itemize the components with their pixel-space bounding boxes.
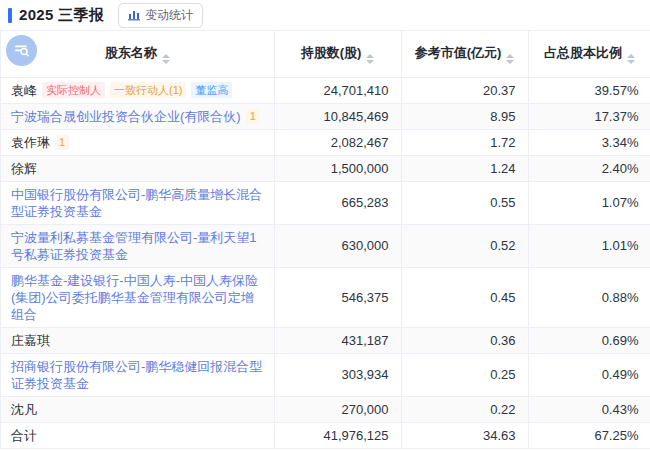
shares-cell: 1,500,000: [274, 155, 401, 181]
shareholder-name-cell: 宁波瑞合晟创业投资合伙企业(有限合伙)1: [1, 103, 274, 129]
shares-cell: 270,000: [274, 396, 401, 422]
market-value-cell: 0.22: [401, 396, 528, 422]
bar-chart-icon: [128, 9, 140, 21]
shares-cell: 41,976,125: [274, 422, 401, 448]
shareholder-name-cell: 袁峰实际控制人一致行动人(1)董监高: [1, 77, 274, 103]
ratio-cell: 39.57%: [528, 77, 650, 103]
table-row: 招商银行股份有限公司-鹏华稳健回报混合型证券投资基金303,9340.250.4…: [1, 353, 650, 396]
shares-cell: 546,375: [274, 267, 401, 327]
column-header-market-value[interactable]: 参考市值(亿元): [401, 31, 528, 77]
sort-carets-icon[interactable]: [162, 54, 170, 64]
shareholder-name: 合计: [11, 428, 37, 443]
shares-cell: 431,187: [274, 327, 401, 353]
market-value-cell: 0.36: [401, 327, 528, 353]
shareholders-data-table: 股东名称持股数(股)参考市值(亿元)占总股本比例 袁峰实际控制人一致行动人(1)…: [1, 31, 650, 449]
table-header-row: 股东名称持股数(股)参考市值(亿元)占总股本比例: [1, 31, 650, 77]
table-row: 徐辉1,500,0001.242.40%: [1, 155, 650, 181]
column-header-shares[interactable]: 持股数(股): [274, 31, 401, 77]
shares-cell: 2,082,467: [274, 129, 401, 155]
shareholder-name-cell: 鹏华基金-建设银行-中国人寿-中国人寿保险(集团)公司委托鹏华基金管理有限公司定…: [1, 267, 274, 327]
shareholder-name[interactable]: 中国银行股份有限公司-鹏华高质量增长混合型证券投资基金: [11, 187, 262, 219]
shareholder-name-cell: 合计: [1, 422, 274, 448]
shareholder-name: 袁峰: [11, 83, 37, 98]
count-badge: 1: [246, 109, 260, 124]
table-row: 袁峰实际控制人一致行动人(1)董监高24,701,41020.3739.57%: [1, 77, 650, 103]
market-value-cell: 0.52: [401, 224, 528, 267]
shares-cell: 10,845,469: [274, 103, 401, 129]
shares-cell: 665,283: [274, 181, 401, 224]
shares-cell: 630,000: [274, 224, 401, 267]
table-row: 鹏华基金-建设银行-中国人寿-中国人寿保险(集团)公司委托鹏华基金管理有限公司定…: [1, 267, 650, 327]
ratio-cell: 0.43%: [528, 396, 650, 422]
shareholder-name-cell: 招商银行股份有限公司-鹏华稳健回报混合型证券投资基金: [1, 353, 274, 396]
table-row: 宁波量利私募基金管理有限公司-量利天望1号私募证券投资基金630,0000.52…: [1, 224, 650, 267]
page-title: 2025 三季报: [19, 6, 104, 25]
market-value-cell: 1.72: [401, 129, 528, 155]
market-value-cell: 0.45: [401, 267, 528, 327]
market-value-cell: 0.55: [401, 181, 528, 224]
market-value-cell: 34.63: [401, 422, 528, 448]
count-badge: 1: [55, 135, 69, 150]
market-value-cell: 8.95: [401, 103, 528, 129]
shareholder-name: 沈凡: [11, 402, 37, 417]
shareholder-name: 徐辉: [11, 161, 37, 176]
market-value-cell: 20.37: [401, 77, 528, 103]
title-accent-bar: [8, 8, 12, 23]
total-row: 合计41,976,12534.6367.25%: [1, 422, 650, 448]
table-row: 沈凡270,0000.220.43%: [1, 396, 650, 422]
shareholder-tag: 实际控制人: [42, 82, 105, 98]
ratio-cell: 67.25%: [528, 422, 650, 448]
sort-carets-icon[interactable]: [506, 54, 514, 64]
column-label: 股东名称: [105, 45, 157, 60]
ratio-cell: 0.49%: [528, 353, 650, 396]
shareholder-name-cell: 徐辉: [1, 155, 274, 181]
shares-cell: 303,934: [274, 353, 401, 396]
ratio-cell: 2.40%: [528, 155, 650, 181]
column-header-shareholder-name[interactable]: 股东名称: [1, 31, 274, 77]
shareholder-name[interactable]: 招商银行股份有限公司-鹏华稳健回报混合型证券投资基金: [11, 359, 262, 391]
table-row: 袁作琳12,082,4671.723.34%: [1, 129, 650, 155]
sort-carets-icon[interactable]: [366, 54, 374, 64]
ratio-cell: 17.37%: [528, 103, 650, 129]
change-stats-label: 变动统计: [145, 7, 193, 24]
shareholder-name-cell: 沈凡: [1, 396, 274, 422]
column-header-ratio[interactable]: 占总股本比例: [528, 31, 650, 77]
sort-carets-icon[interactable]: [627, 54, 635, 64]
shareholder-name[interactable]: 鹏华基金-建设银行-中国人寿-中国人寿保险(集团)公司委托鹏华基金管理有限公司定…: [11, 273, 258, 322]
shareholders-table: 股东名称持股数(股)参考市值(亿元)占总股本比例 袁峰实际控制人一致行动人(1)…: [0, 30, 650, 449]
report-header: 2025 三季报 变动统计: [0, 0, 650, 30]
ratio-cell: 0.69%: [528, 327, 650, 353]
shareholders-panel: 2025 三季报 变动统计: [0, 0, 650, 451]
ratio-cell: 0.88%: [528, 267, 650, 327]
table-row: 中国银行股份有限公司-鹏华高质量增长混合型证券投资基金665,2830.551.…: [1, 181, 650, 224]
table-row: 庄嘉琪431,1870.360.69%: [1, 327, 650, 353]
ratio-cell: 1.01%: [528, 224, 650, 267]
shareholder-tag: 一致行动人(1): [110, 82, 186, 98]
search-list-icon[interactable]: [6, 35, 37, 66]
market-value-cell: 1.24: [401, 155, 528, 181]
shareholder-name-cell: 袁作琳1: [1, 129, 274, 155]
shares-cell: 24,701,410: [274, 77, 401, 103]
shareholder-name: 袁作琳: [11, 135, 50, 150]
ratio-cell: 1.07%: [528, 181, 650, 224]
ratio-cell: 3.34%: [528, 129, 650, 155]
shareholder-tag: 董监高: [191, 82, 232, 98]
shareholder-name-cell: 庄嘉琪: [1, 327, 274, 353]
shareholder-name[interactable]: 宁波量利私募基金管理有限公司-量利天望1号私募证券投资基金: [11, 230, 257, 262]
column-label: 参考市值(亿元): [415, 45, 502, 60]
change-stats-button[interactable]: 变动统计: [118, 3, 203, 28]
table-row: 宁波瑞合晟创业投资合伙企业(有限合伙)110,845,4698.9517.37%: [1, 103, 650, 129]
column-label: 持股数(股): [301, 45, 362, 60]
shareholder-name: 庄嘉琪: [11, 333, 50, 348]
column-label: 占总股本比例: [544, 45, 622, 60]
market-value-cell: 0.25: [401, 353, 528, 396]
shareholder-name-cell: 中国银行股份有限公司-鹏华高质量增长混合型证券投资基金: [1, 181, 274, 224]
shareholder-name-cell: 宁波量利私募基金管理有限公司-量利天望1号私募证券投资基金: [1, 224, 274, 267]
shareholder-name[interactable]: 宁波瑞合晟创业投资合伙企业(有限合伙): [11, 109, 241, 124]
